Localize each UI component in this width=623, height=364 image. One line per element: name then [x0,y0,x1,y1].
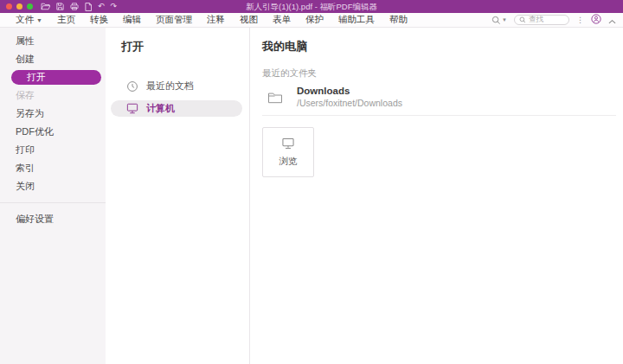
quick-access-toolbar: ↶ ↷ [41,3,117,11]
sidebar-item-index[interactable]: 索引 [0,159,106,177]
menu-protect[interactable]: 保护 [305,14,324,26]
backstage-view: 属性 创建 打开 保存 另存为 PDF优化 打印 索引 关闭 偏好设置 打开 最… [0,28,623,364]
menu-view[interactable]: 视图 [240,14,258,26]
zoom-window-button[interactable] [27,3,33,10]
menu-page-management[interactable]: 页面管理 [156,14,192,26]
collapse-ribbon-icon[interactable] [608,12,616,28]
computer-icon [126,103,138,114]
search-icon [519,16,526,23]
sidebar-item-preferences[interactable]: 偏好设置 [0,210,106,228]
menu-file[interactable]: 文件▼ [16,14,42,26]
file-menu-sidebar: 属性 创建 打开 保存 另存为 PDF优化 打印 索引 关闭 偏好设置 [0,28,106,364]
sidebar-divider [0,202,106,203]
open-item-label: 计算机 [146,102,175,115]
menu-help[interactable]: 帮助 [389,14,408,26]
chevron-down-icon: ▼ [36,17,42,23]
folder-path: /Users/foxitnet/Downloads [297,98,402,108]
menu-items: 文件▼ 主页 转换 编辑 页面管理 注释 视图 表单 保护 辅助工具 帮助 [16,14,408,26]
menu-accessibility[interactable]: 辅助工具 [338,14,375,26]
sidebar-item-close[interactable]: 关闭 [0,177,106,195]
find-search-input[interactable]: 查找 [514,15,569,25]
sidebar-item-open[interactable]: 打开 [11,70,101,85]
more-options-icon[interactable]: ⋮ [576,16,584,24]
recent-folders-label: 最近的文件夹 [262,67,616,80]
open-item-label: 最近的文档 [146,80,194,93]
menu-bar: 文件▼ 主页 转换 编辑 页面管理 注释 视图 表单 保护 辅助工具 帮助 ▼ … [0,13,623,28]
open-panel: 打开 最近的文档 计算机 [106,28,250,364]
minimize-window-button[interactable] [16,3,22,10]
open-locations-list: 最近的文档 计算机 [106,78,249,117]
recent-folder-row[interactable]: Downloads /Users/foxitnet/Downloads [262,86,616,116]
menu-comment[interactable]: 注释 [207,14,225,26]
sidebar-item-print[interactable]: 打印 [0,141,106,159]
recent-folder-texts: Downloads /Users/foxitnet/Downloads [297,86,402,108]
sidebar-item-pdf-optimize[interactable]: PDF优化 [0,123,106,141]
folder-name: Downloads [297,86,402,96]
open-file-icon[interactable] [41,3,50,10]
menubar-right-tools: ▼ 查找 ⋮ [491,12,616,28]
sidebar-item-properties[interactable]: 属性 [0,32,106,50]
browse-button[interactable]: 浏览 [262,127,314,177]
menu-convert[interactable]: 转换 [90,14,108,26]
folder-icon [267,91,283,104]
title-bar: ↶ ↷ 新人引导(1)(1).pdf - 福昕PDF编辑器 [0,0,623,13]
computer-icon [281,137,295,150]
redo-icon[interactable]: ↷ [111,3,118,10]
clock-icon [126,80,138,93]
sidebar-item-save: 保存 [0,86,106,105]
foxit-pdf-editor-window: ↶ ↷ 新人引导(1)(1).pdf - 福昕PDF编辑器 文件▼ 主页 转换 … [0,0,623,364]
save-icon[interactable] [56,3,64,10]
sidebar-item-save-as[interactable]: 另存为 [0,105,106,123]
browse-label: 浏览 [279,156,298,168]
find-placeholder: 查找 [529,15,543,25]
undo-icon[interactable]: ↶ [98,3,105,10]
open-item-recent-documents[interactable]: 最近的文档 [111,78,242,94]
open-item-computer[interactable]: 计算机 [111,100,242,117]
zoom-tool-dropdown[interactable]: ▼ [491,16,507,25]
chevron-down-icon: ▼ [502,17,507,22]
menu-home[interactable]: 主页 [57,14,75,26]
menu-form[interactable]: 表单 [273,14,291,26]
account-avatar-icon[interactable] [591,12,601,28]
new-document-icon[interactable] [85,3,92,11]
open-panel-title: 打开 [121,39,249,54]
traffic-lights [6,3,33,10]
print-icon[interactable] [70,3,79,10]
menu-edit[interactable]: 编辑 [123,14,141,26]
close-window-button[interactable] [6,3,12,10]
sidebar-item-create[interactable]: 创建 [0,50,106,68]
my-computer-title: 我的电脑 [262,39,616,54]
my-computer-panel: 我的电脑 最近的文件夹 Downloads /Users/foxitnet/Do… [250,28,623,364]
